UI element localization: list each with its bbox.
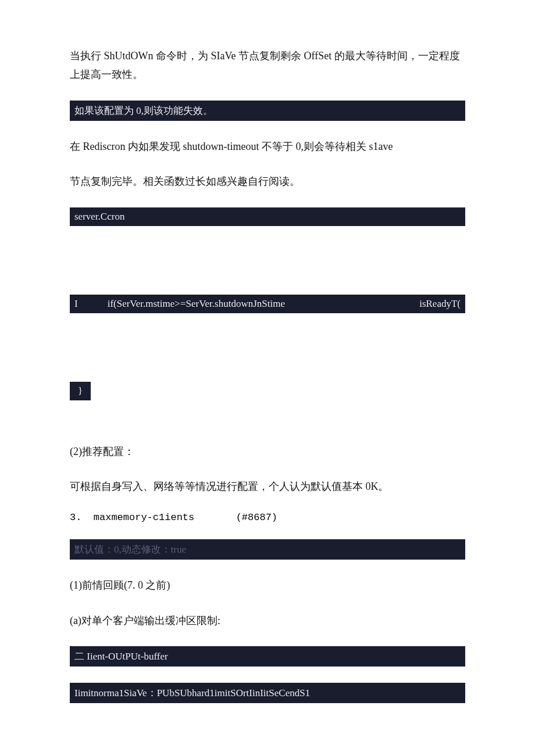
- code-bar-config-zero: 如果该配置为 0,则该功能失效。: [70, 101, 465, 121]
- paragraph: 可根据自身写入、网络等等情况进行配置，个人认为默认值基本 0K。: [70, 477, 465, 496]
- spacer: [70, 329, 465, 382]
- code-bar-client-output-buffer: 二 Iient-OUtPUt-buffer: [70, 646, 465, 667]
- paragraph: 当执行 ShUtdOWn 命令时，为 SIaVe 节点复制剩余 OffSet 的…: [70, 46, 465, 84]
- mono-line-maxmemory: 3. maxmemory-c1ients (#8687): [70, 512, 465, 523]
- paragraph: 节点复制完毕。相关函数过长如感兴趣自行阅读。: [70, 172, 465, 191]
- paragraph: (2)推荐配置：: [70, 442, 465, 461]
- paragraph: (a)对单个客户端输出缓冲区限制:: [70, 611, 465, 630]
- code-bar-if-condition: I if(SerVer.mstime>=SerVer.shutdownJnSti…: [70, 295, 465, 313]
- spacer: [70, 419, 465, 442]
- spacer: [70, 242, 465, 295]
- code-bar-closing-brace: }: [70, 382, 91, 400]
- paragraph: 在 Rediscron 内如果发现 shutdown-timeout 不等于 0…: [70, 137, 465, 156]
- paragraph: (1)前情回顾(7. 0 之前): [70, 576, 465, 594]
- code-bar-default-value: 默认值：0,动态修改：true: [70, 539, 465, 560]
- document-page: 当执行 ShUtdOWn 命令时，为 SIaVe 节点复制剩余 OffSet 的…: [0, 0, 535, 754]
- code-fragment-right: isReadyT(: [419, 298, 461, 310]
- code-bar-limit-normal: Iimitnorma1SiaVe：PUbSUbhard1imitSOrtIinI…: [70, 683, 465, 703]
- code-fragment-left: I if(SerVer.mstime>=SerVer.shutdownJnSti…: [74, 298, 285, 310]
- code-bar-server-ccron: server.Ccron: [70, 207, 465, 226]
